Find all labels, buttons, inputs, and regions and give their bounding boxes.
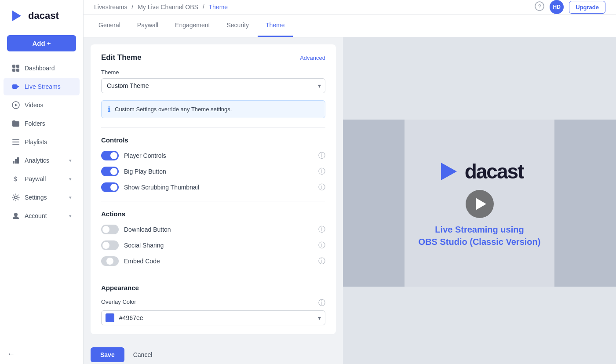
play-triangle (476, 198, 486, 210)
sidebar-item-label: Analytics (25, 157, 49, 164)
preview-logo: dacast (436, 158, 524, 185)
sidebar-item-dashboard[interactable]: Dashboard (4, 59, 80, 77)
section-divider-appearance (101, 275, 325, 275)
svg-rect-12 (13, 161, 15, 164)
info-box: ℹ Custom Settings override any Theme set… (101, 100, 325, 118)
color-swatch[interactable] (106, 313, 114, 322)
bar-chart-icon (11, 156, 20, 165)
breadcrumb-channel[interactable]: My Live Channel OBS (138, 4, 198, 11)
download-info-icon[interactable]: ⓘ (318, 225, 325, 234)
embed-toggle[interactable] (101, 256, 119, 266)
overlay-label-row: Overlay Color ⓘ (101, 298, 325, 308)
sidebar-item-paywall[interactable]: $ Paywall ▾ (4, 170, 80, 188)
add-button[interactable]: Add + (7, 35, 76, 51)
breadcrumb-livestreams[interactable]: Livestreams (94, 4, 127, 11)
toggle-knob (102, 242, 109, 249)
info-circle-icon: ℹ (108, 105, 110, 113)
player-controls-info-icon[interactable]: ⓘ (318, 151, 325, 160)
sidebar-item-videos[interactable]: Videos (4, 96, 80, 114)
tab-theme[interactable]: Theme (258, 15, 293, 37)
theme-select[interactable]: Custom Theme Default (101, 78, 325, 93)
preview-logo-text: dacast (465, 160, 524, 183)
preview-area: dacast Live Streaming using OBS Studio (… (343, 37, 616, 364)
social-info-icon[interactable]: ⓘ (318, 241, 325, 250)
overlay-info-icon[interactable]: ⓘ (318, 298, 325, 308)
info-text: Custom Settings override any Theme setti… (115, 106, 232, 113)
save-button[interactable]: Save (91, 347, 124, 362)
svg-text:$: $ (14, 175, 17, 182)
svg-marker-6 (17, 85, 19, 88)
social-toggle[interactable] (101, 240, 119, 250)
toggle-knob (110, 168, 117, 175)
social-label: Social Sharing (124, 242, 164, 249)
cancel-button[interactable]: Cancel (129, 347, 157, 362)
svg-rect-13 (15, 159, 17, 164)
help-button[interactable]: ? (535, 1, 544, 13)
user-avatar-button[interactable]: HD (550, 0, 564, 14)
svg-rect-5 (12, 84, 17, 89)
section-divider-controls (101, 127, 325, 127)
upgrade-button[interactable]: Upgrade (569, 1, 605, 14)
sidebar-item-analytics[interactable]: Analytics ▾ (4, 152, 80, 169)
topbar: Livestreams / My Live Channel OBS / Them… (84, 0, 616, 15)
tab-engagement[interactable]: Engagement (167, 15, 218, 37)
appearance-section-title: Appearance (101, 284, 325, 291)
embed-label: Embed Code (124, 258, 160, 265)
download-toggle[interactable] (101, 225, 119, 234)
embed-info-icon[interactable]: ⓘ (318, 257, 325, 266)
overlay-color-input[interactable] (101, 310, 325, 325)
download-label: Download Button (124, 226, 171, 233)
breadcrumb: Livestreams / My Live Channel OBS / Them… (94, 4, 228, 11)
breadcrumb-sep: / (131, 4, 133, 11)
toggle-knob (102, 226, 109, 233)
play-circle[interactable] (466, 190, 494, 218)
svg-rect-4 (16, 69, 19, 72)
big-play-label: Big Play Button (124, 168, 166, 175)
color-field-wrapper: ▾ (101, 310, 325, 325)
scrubbing-row: Show Scrubbing Thumbnail ⓘ (101, 182, 325, 192)
scrubbing-left: Show Scrubbing Thumbnail (101, 182, 199, 192)
play-button-area (466, 190, 494, 218)
scrubbing-info-icon[interactable]: ⓘ (318, 183, 325, 192)
tab-general[interactable]: General (91, 15, 128, 37)
svg-marker-0 (12, 11, 21, 21)
breadcrumb-sep: / (203, 4, 204, 11)
big-play-info-icon[interactable]: ⓘ (318, 167, 325, 176)
chevron-down-icon: ▾ (69, 158, 72, 164)
sidebar-item-label: Settings (25, 194, 47, 201)
left-edit-area: Edit Theme Advanced Theme Custom Theme D… (84, 37, 343, 364)
svg-rect-1 (12, 65, 15, 68)
big-play-toggle[interactable] (101, 167, 119, 176)
grid-icon (11, 64, 20, 73)
player-controls-toggle[interactable] (101, 151, 119, 160)
person-icon (11, 211, 20, 220)
embed-code-row: Embed Code ⓘ (101, 256, 325, 266)
toggle-knob (110, 152, 117, 159)
sidebar-item-settings[interactable]: Settings ▾ (4, 189, 80, 206)
edit-theme-card: Edit Theme Advanced Theme Custom Theme D… (91, 44, 336, 334)
logo-area: dacast (0, 0, 83, 32)
chevron-down-icon: ▾ (69, 195, 72, 200)
player-controls-row: Player Controls ⓘ (101, 151, 325, 160)
card-title: Edit Theme (101, 53, 142, 62)
sidebar-item-label: Dashboard (25, 65, 55, 72)
card-header: Edit Theme Advanced (101, 53, 325, 62)
sidebar-item-account[interactable]: Account ▾ (4, 207, 80, 225)
sidebar-item-live-streams[interactable]: Live Streams (4, 78, 80, 95)
theme-field-label: Theme (101, 69, 325, 76)
sidebar-nav: Dashboard Live Streams Videos Folders Pl (0, 55, 83, 344)
sidebar-item-folders[interactable]: Folders (4, 115, 80, 132)
actions-section-title: Actions (101, 210, 325, 218)
scrubbing-toggle[interactable] (101, 182, 119, 192)
tab-security[interactable]: Security (219, 15, 257, 37)
sidebar-collapse-area: ← (0, 344, 83, 364)
dacast-logo-icon (9, 8, 25, 24)
sidebar-item-label: Videos (25, 102, 44, 109)
collapse-sidebar-button[interactable]: ← (7, 349, 15, 359)
advanced-link[interactable]: Advanced (300, 55, 325, 61)
tab-paywall[interactable]: Paywall (129, 15, 166, 37)
sidebar-item-playlists[interactable]: Playlists (4, 133, 80, 151)
svg-marker-8 (15, 104, 18, 106)
preview-center: dacast Live Streaming using OBS Studio (… (405, 120, 554, 287)
preview-caption: Live Streaming using OBS Studio (Classic… (419, 223, 541, 248)
